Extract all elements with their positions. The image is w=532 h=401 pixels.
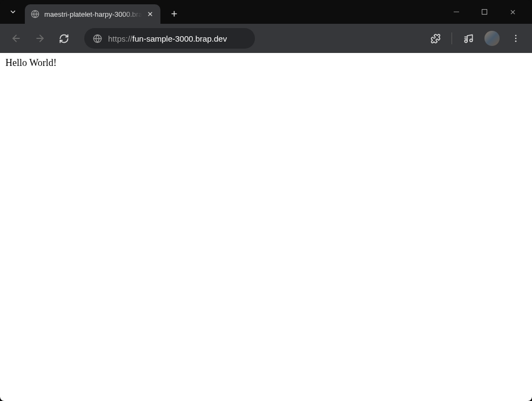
- maximize-button[interactable]: [474, 3, 495, 21]
- globe-icon: [30, 9, 40, 19]
- tab-title: maestri-platelet-harpy-3000.bra: [44, 10, 142, 18]
- back-button[interactable]: [6, 29, 26, 48]
- tab-close-button[interactable]: [145, 9, 155, 19]
- svg-point-14: [464, 39, 467, 42]
- svg-point-18: [515, 35, 517, 36]
- close-icon: [147, 11, 153, 17]
- close-window-button[interactable]: [502, 3, 523, 21]
- music-note-icon: [463, 34, 474, 44]
- close-icon: [509, 9, 516, 16]
- menu-button[interactable]: [506, 29, 526, 48]
- new-tab-button[interactable]: [166, 5, 182, 22]
- chevron-down-icon: [9, 8, 17, 16]
- address-bar[interactable]: https://fun-sample-3000.brap.dev: [84, 28, 255, 49]
- site-info-button[interactable]: [92, 33, 103, 44]
- extensions-button[interactable]: [426, 29, 445, 48]
- minimize-button[interactable]: [446, 3, 467, 21]
- url-domain: fun-sample-3000.brap.dev: [132, 34, 227, 43]
- plus-icon: [170, 10, 178, 18]
- minimize-icon: [453, 9, 460, 15]
- arrow-right-icon: [35, 33, 45, 44]
- svg-rect-7: [482, 10, 487, 15]
- puzzle-icon: [430, 34, 441, 44]
- toolbar-divider: [452, 32, 452, 44]
- browser-tab[interactable]: maestri-platelet-harpy-3000.bra: [25, 4, 160, 24]
- svg-point-19: [515, 38, 517, 39]
- url-text: https://fun-sample-3000.brap.dev: [108, 34, 227, 43]
- maximize-icon: [481, 9, 488, 15]
- arrow-left-icon: [11, 33, 22, 44]
- svg-point-20: [515, 41, 517, 42]
- profile-avatar[interactable]: [484, 31, 500, 46]
- titlebar: maestri-platelet-harpy-3000.bra: [0, 0, 532, 24]
- forward-button[interactable]: [30, 29, 50, 48]
- globe-icon: [93, 34, 102, 43]
- reload-icon: [59, 34, 69, 44]
- window-controls: [446, 3, 528, 21]
- svg-point-15: [469, 39, 472, 42]
- tab-search-button[interactable]: [4, 3, 22, 21]
- media-controls-button[interactable]: [459, 29, 478, 48]
- browser-toolbar: https://fun-sample-3000.brap.dev: [0, 24, 532, 53]
- url-protocol: https://: [108, 34, 132, 43]
- reload-button[interactable]: [54, 29, 73, 48]
- dots-vertical-icon: [511, 34, 521, 43]
- page-content: Hello World!: [0, 53, 532, 401]
- page-body-text: Hello World!: [5, 57, 527, 69]
- svg-rect-6: [454, 12, 459, 12]
